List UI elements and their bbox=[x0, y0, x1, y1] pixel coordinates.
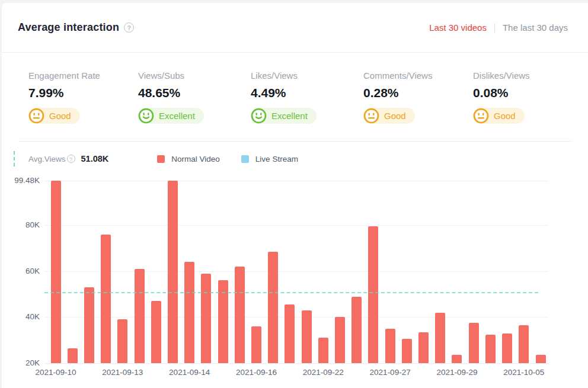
gridline bbox=[44, 225, 548, 226]
metric-comments-views: Comments/Views 0.28% Good bbox=[363, 70, 473, 141]
x-axis-tick-label: 2021-09-29 bbox=[421, 368, 493, 377]
rating-text: Excellent bbox=[159, 111, 195, 121]
section-divider bbox=[18, 141, 571, 142]
normal-video-swatch bbox=[157, 155, 165, 163]
bar[interactable] bbox=[452, 355, 462, 363]
avg-views-label: Avg.Views bbox=[28, 155, 66, 163]
bar[interactable] bbox=[435, 313, 445, 363]
metric-value: 0.08% bbox=[473, 86, 588, 100]
bar[interactable] bbox=[117, 319, 127, 363]
rating-text: Excellent bbox=[271, 111, 308, 121]
bar[interactable] bbox=[302, 310, 312, 363]
page-title: Average interaction bbox=[18, 21, 119, 34]
gridline bbox=[44, 181, 548, 181]
legend-series-label: Live Stream bbox=[255, 155, 298, 163]
bar[interactable] bbox=[519, 325, 529, 363]
y-axis-tick-label: 80K bbox=[2, 220, 40, 229]
metric-likes-views: Likes/Views 4.49% Excellent bbox=[251, 70, 363, 141]
bar[interactable] bbox=[84, 287, 94, 363]
bar[interactable] bbox=[251, 326, 261, 363]
bar[interactable] bbox=[201, 274, 211, 363]
x-axis-tick-label: 2021-09-14 bbox=[154, 368, 225, 377]
bar[interactable] bbox=[285, 304, 295, 363]
bar[interactable] bbox=[351, 297, 362, 363]
bar[interactable] bbox=[502, 334, 512, 363]
x-axis-tick-label: 2021-09-10 bbox=[20, 368, 91, 377]
metric-label: Likes/Views bbox=[251, 70, 363, 81]
rating-text: Good bbox=[384, 111, 406, 121]
bar[interactable] bbox=[385, 329, 395, 363]
avg-views-help-icon[interactable]: ? bbox=[67, 155, 75, 163]
legend-item-live-stream[interactable]: Live Stream bbox=[241, 155, 298, 163]
bar[interactable] bbox=[402, 339, 412, 363]
metric-value: 7.99% bbox=[28, 86, 138, 100]
bar[interactable] bbox=[268, 252, 278, 363]
y-axis-tick-label: 60K bbox=[2, 267, 40, 275]
rating-text: Good bbox=[49, 111, 71, 121]
bar[interactable] bbox=[418, 332, 429, 363]
card-header: Average interaction ? Last 30 videos The… bbox=[2, 3, 588, 53]
neutral-face-icon bbox=[363, 108, 379, 124]
live-stream-swatch bbox=[241, 155, 249, 163]
bar[interactable] bbox=[101, 235, 111, 363]
metric-views-subs: Views/Subs 48.65% Excellent bbox=[138, 70, 251, 141]
metric-label: Engagement Rate bbox=[28, 70, 138, 81]
gridline bbox=[44, 317, 548, 318]
neutral-face-icon bbox=[28, 108, 44, 124]
metric-engagement-rate: Engagement Rate 7.99% Good bbox=[28, 70, 138, 141]
bar[interactable] bbox=[184, 262, 194, 363]
x-axis-tick-label: 2021-09-13 bbox=[87, 368, 158, 377]
bar[interactable] bbox=[469, 323, 479, 363]
neutral-face-icon bbox=[473, 108, 489, 124]
rating-badge: Good bbox=[28, 108, 80, 124]
bar[interactable] bbox=[168, 181, 178, 363]
bar[interactable] bbox=[135, 269, 145, 363]
metric-value: 48.65% bbox=[138, 86, 251, 100]
smiley-face-icon bbox=[251, 108, 267, 124]
bar[interactable] bbox=[536, 355, 546, 363]
bar[interactable] bbox=[368, 226, 378, 363]
rating-text: Good bbox=[494, 111, 516, 121]
x-axis-tick-label: 2021-09-22 bbox=[287, 368, 359, 377]
metric-label: Comments/Views bbox=[363, 70, 473, 81]
gridline bbox=[44, 271, 548, 272]
y-axis-tick-label: 40K bbox=[2, 312, 40, 321]
tab-last-30-videos[interactable]: Last 30 videos bbox=[429, 23, 487, 33]
x-axis-tick-label: 2021-09-27 bbox=[354, 368, 426, 377]
bar[interactable] bbox=[235, 267, 245, 363]
metric-label: Views/Subs bbox=[138, 70, 251, 81]
metrics-row: Engagement Rate 7.99% Good Views/Subs 48… bbox=[2, 53, 588, 141]
rating-badge: Excellent bbox=[251, 108, 317, 124]
tab-divider bbox=[494, 23, 495, 33]
rating-badge: Good bbox=[473, 108, 525, 124]
bar[interactable] bbox=[485, 335, 496, 363]
range-tabs: Last 30 videos The last 30 days bbox=[429, 23, 568, 33]
y-axis-tick-label: 99.48K bbox=[2, 176, 40, 185]
rating-badge: Good bbox=[363, 108, 415, 124]
bar[interactable] bbox=[335, 317, 345, 363]
bar[interactable] bbox=[51, 181, 61, 363]
avg-line-legend-tick bbox=[14, 151, 15, 166]
average-views-line bbox=[44, 292, 538, 293]
smiley-face-icon bbox=[138, 108, 154, 124]
x-axis-tick-label: 2021-09-16 bbox=[220, 368, 292, 377]
metric-dislikes-views: Dislikes/Views 0.08% Good bbox=[473, 70, 588, 141]
metric-value: 0.28% bbox=[363, 86, 473, 100]
average-interaction-card: Average interaction ? Last 30 videos The… bbox=[2, 3, 588, 388]
avg-views-value: 51.08K bbox=[81, 154, 109, 163]
bar[interactable] bbox=[68, 348, 78, 363]
bar[interactable] bbox=[318, 338, 328, 363]
gridline bbox=[44, 363, 548, 364]
metric-label: Dislikes/Views bbox=[473, 70, 588, 81]
tab-last-30-days[interactable]: The last 30 days bbox=[503, 23, 568, 33]
legend-item-normal-video[interactable]: Normal Video bbox=[157, 155, 220, 163]
legend-series-label: Normal Video bbox=[171, 155, 220, 163]
views-bar-chart: 99.48K80K60K40K20K2021-09-102021-09-1320… bbox=[2, 175, 588, 388]
rating-badge: Excellent bbox=[138, 108, 204, 124]
x-axis-tick-label: 2021-10-05 bbox=[488, 368, 560, 377]
y-axis-tick-label: 20K bbox=[2, 358, 40, 367]
metric-value: 4.49% bbox=[251, 86, 363, 100]
chart-legend: Avg.Views ? 51.08K Normal Video Live Str… bbox=[14, 151, 588, 166]
bar[interactable] bbox=[151, 301, 161, 363]
title-help-icon[interactable]: ? bbox=[124, 23, 134, 33]
